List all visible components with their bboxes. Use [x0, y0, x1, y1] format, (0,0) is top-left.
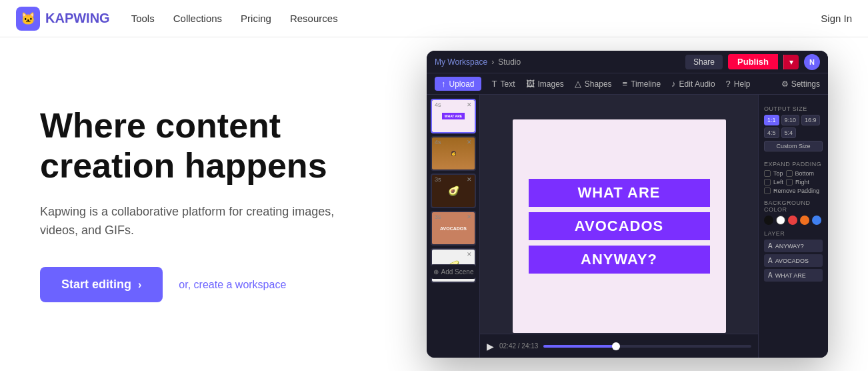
hero-text: Where content creation happens Kapwing i… — [40, 106, 387, 302]
studio-topbar: My Workspace › Studio Share Publish ▾ N — [427, 51, 828, 73]
swatch-black[interactable] — [764, 216, 773, 225]
size-5-4[interactable]: 5:4 — [781, 127, 797, 138]
tool-images[interactable]: 🖼 Images — [526, 79, 564, 89]
timeline-progress — [543, 345, 616, 348]
hero-subtitle: Kapwing is a collaborative platform for … — [40, 202, 360, 241]
studio-actions: Share Publish ▾ N — [685, 54, 820, 70]
add-scene-button[interactable]: ⊕ Add Scene — [431, 264, 476, 279]
scene-3[interactable]: 🥑 3s ✕ — [431, 173, 476, 208]
padding-top-row: Top Bottom — [764, 170, 823, 177]
start-editing-button[interactable]: Start editing › — [40, 267, 163, 302]
images-icon: 🖼 — [526, 79, 535, 89]
navbar: 🐱 KAPWING Tools Collections Pricing Reso… — [0, 0, 868, 37]
avatar: N — [804, 54, 820, 70]
nav-collections[interactable]: Collections — [173, 13, 222, 24]
padding-right-checkbox[interactable] — [786, 179, 793, 186]
logo-icon: 🐱 — [16, 7, 40, 31]
timeline-icon: ≡ — [623, 79, 628, 89]
size-16-9[interactable]: 16:9 — [801, 115, 820, 125]
plus-icon: ⊕ — [433, 268, 439, 276]
custom-size-button[interactable]: Custom Size — [764, 141, 823, 151]
timeline-time: 02:42 / 24:13 — [499, 342, 538, 350]
swatch-orange[interactable] — [800, 216, 809, 225]
create-workspace-link[interactable]: or, create a workspace — [179, 279, 286, 291]
scenes-panel: WHAT ARE 4s ✕ 👩 4s ✕ 🥑 — [427, 95, 480, 358]
upload-icon: ↑ — [441, 79, 446, 89]
audio-icon: ♪ — [671, 79, 676, 89]
studio-breadcrumb: My Workspace › Studio — [435, 57, 521, 67]
nav-tools[interactable]: Tools — [131, 13, 155, 24]
padding-top-label: Top — [773, 170, 783, 177]
tool-edit-audio[interactable]: ♪ Edit Audio — [671, 79, 715, 89]
layer-text-icon: A — [768, 257, 773, 264]
layer-text-icon: A — [768, 272, 773, 279]
padding-bottom-checkbox[interactable] — [786, 170, 793, 177]
expand-padding-title: EXPAND PADDING — [764, 161, 823, 167]
help-icon: ? — [726, 79, 731, 89]
tool-help[interactable]: ? Help — [726, 79, 751, 89]
padding-bottom-label: Bottom — [795, 170, 815, 177]
scene-4[interactable]: AVOCADOS 3s ✕ — [431, 211, 476, 246]
output-size-title: OUTPUT SIZE — [764, 105, 823, 112]
padding-left-label: Left — [773, 179, 783, 186]
studio-toolbar: ↑ Upload T Text 🖼 Images △ Shapes ≡ Time… — [427, 73, 828, 95]
logo[interactable]: 🐱 KAPWING — [16, 7, 110, 31]
swatch-blue[interactable] — [812, 216, 821, 225]
shapes-icon: △ — [575, 79, 581, 89]
hero-actions: Start editing › or, create a workspace — [40, 267, 387, 302]
swatch-white[interactable] — [776, 216, 785, 225]
layers-title: LAYER — [764, 230, 823, 237]
nav-resources[interactable]: Resources — [290, 13, 338, 24]
tool-text[interactable]: T Text — [492, 79, 515, 89]
canvas-text-line1: WHAT ARE — [529, 179, 710, 207]
layer-item-1[interactable]: A AVOCADOS — [764, 254, 823, 267]
canvas[interactable]: WHAT ARE AVOCADOS ANYWAY? — [513, 119, 726, 333]
publish-button[interactable]: Publish — [728, 54, 778, 69]
share-button[interactable]: Share — [685, 55, 723, 69]
hero-section: Where content creation happens Kapwing i… — [0, 37, 868, 371]
publish-caret-button[interactable]: ▾ — [783, 55, 799, 69]
remove-padding-checkbox[interactable] — [764, 188, 771, 194]
studio-body: WHAT ARE 4s ✕ 👩 4s ✕ 🥑 — [427, 95, 828, 358]
layer-item-2[interactable]: A WHAT ARE — [764, 269, 823, 282]
layer-item-0[interactable]: A ANYWAY? — [764, 240, 823, 252]
canvas-area: WHAT ARE AVOCADOS ANYWAY? ▶ 02:42 / 24:1… — [480, 95, 758, 358]
padding-right-label: Right — [795, 179, 809, 186]
right-panel: OUTPUT SIZE 1:1 9:10 16:9 4:5 5:4 Custom… — [758, 95, 828, 358]
chevron-right-icon: › — [138, 279, 141, 291]
size-1-1[interactable]: 1:1 — [764, 115, 779, 125]
play-button[interactable]: ▶ — [487, 341, 494, 352]
tool-shapes[interactable]: △ Shapes — [575, 79, 612, 89]
scene-1[interactable]: WHAT ARE 4s ✕ — [431, 99, 476, 133]
settings-button[interactable]: ⚙ Settings — [781, 79, 820, 89]
size-9-10[interactable]: 9:10 — [781, 115, 800, 125]
signin-link[interactable]: Sign In — [821, 13, 852, 24]
workspace-link[interactable]: My Workspace — [435, 57, 487, 67]
layer-text-icon: A — [768, 242, 773, 250]
hero-title: Where content creation happens — [40, 106, 387, 186]
canvas-text-line3: ANYWAY? — [529, 246, 710, 274]
output-sizes: 1:1 9:10 16:9 4:5 5:4 — [764, 115, 823, 138]
padding-lr-row: Left Right — [764, 179, 823, 186]
color-swatches — [764, 216, 823, 225]
text-icon: T — [492, 79, 497, 89]
size-4-5[interactable]: 4:5 — [764, 127, 779, 138]
tool-upload[interactable]: ↑ Upload — [435, 77, 481, 91]
padding-left-checkbox[interactable] — [764, 179, 771, 186]
nav-pricing[interactable]: Pricing — [241, 13, 271, 24]
logo-text: KAPWING — [45, 11, 110, 26]
nav-links: Tools Collections Pricing Resources — [131, 13, 821, 24]
timeline: ▶ 02:42 / 24:13 — [480, 334, 758, 358]
padding-top-checkbox[interactable] — [764, 170, 771, 177]
remove-padding-label: Remove Padding — [773, 188, 819, 194]
studio-preview: My Workspace › Studio Share Publish ▾ N … — [427, 51, 828, 358]
swatch-red[interactable] — [788, 216, 797, 225]
timeline-track[interactable] — [543, 345, 751, 348]
canvas-text-line2: AVOCADOS — [529, 212, 710, 240]
timeline-scrubber[interactable] — [612, 342, 620, 350]
scene-2[interactable]: 👩 4s ✕ — [431, 136, 476, 171]
bg-color-title: BACKGROUND COLOR — [764, 200, 823, 213]
remove-padding-row: Remove Padding — [764, 188, 823, 194]
tool-timeline[interactable]: ≡ Timeline — [623, 79, 661, 89]
